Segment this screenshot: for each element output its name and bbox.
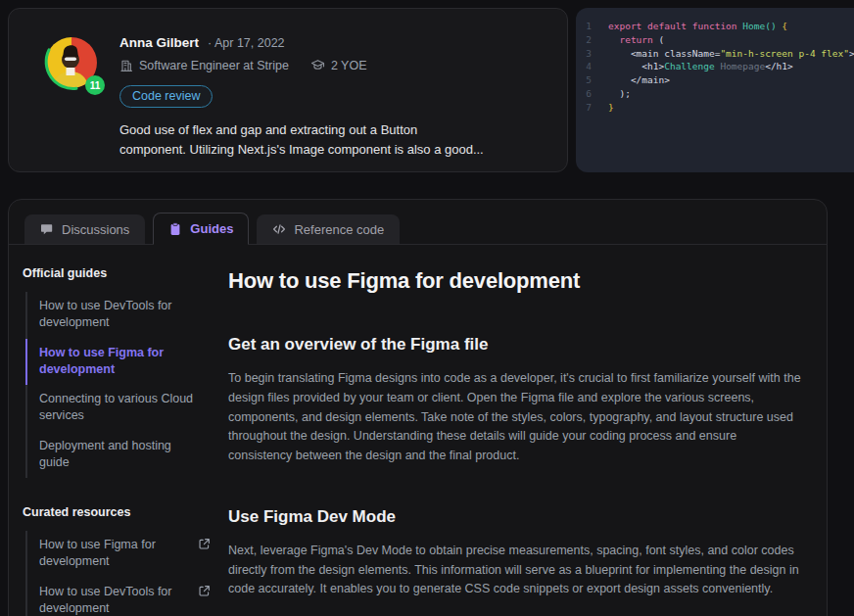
guide-link-label: How to use DevTools for development <box>39 298 194 332</box>
code-line: 3 <main className="min-h-screen p-4 flex… <box>576 47 846 61</box>
code-line: 1 export default function Home() { <box>576 20 846 33</box>
sidebar-list: How to use Figma for development How to … <box>25 531 211 616</box>
code-icon <box>272 222 286 236</box>
code-text: </main> <box>608 73 670 87</box>
author-name[interactable]: Anna Gilbert <box>119 35 199 50</box>
tab-guides[interactable]: Guides <box>153 213 249 245</box>
code-line: 5 </main> <box>576 73 846 87</box>
code-text: <main className="min-h-screen p-4 flex"> <box>608 47 854 61</box>
guides-panel: Discussions Guides Reference code Offici… <box>8 199 828 616</box>
code-line: 2 return ( <box>576 33 846 47</box>
reputation-badge: 11 <box>85 75 105 95</box>
line-number: 3 <box>576 47 592 61</box>
guide-link-deployment-and-hosting-guide[interactable]: Deployment and hosting guide <box>25 432 211 479</box>
article-section: Use Figma Dev Mode Next, leverage Figma'… <box>228 507 803 599</box>
chat-icon <box>40 222 54 236</box>
tab-label: Reference code <box>294 222 384 237</box>
line-number: 6 <box>576 87 592 101</box>
line-number: 5 <box>576 73 592 87</box>
guide-link-how-to-use-devtools-for-development[interactable]: How to use DevTools for development <box>25 578 211 616</box>
tab-bar: Discussions Guides Reference code <box>9 200 827 245</box>
code-editor-panel: 1 export default function Home() { 2 ret… <box>576 8 854 172</box>
comment-body: Good use of flex and gap and extracting … <box>119 120 547 160</box>
guide-link-how-to-use-figma-for-development[interactable]: How to use Figma for development <box>25 339 211 386</box>
article-section: Get an overview of the Figma file To beg… <box>228 335 803 466</box>
code-text: export default function Home() { <box>608 20 787 33</box>
code-text: } <box>608 101 614 115</box>
sidebar-section: Curated resources How to use Figma for d… <box>23 505 211 616</box>
tab-reference-code[interactable]: Reference code <box>257 214 400 244</box>
code-line: 7 } <box>576 101 846 115</box>
line-number: 2 <box>576 33 592 47</box>
comment-date: · Apr 17, 2022 <box>208 36 285 50</box>
section-body: To begin translating Figma designs into … <box>228 369 803 466</box>
code-lines: 1 export default function Home() { 2 ret… <box>576 20 846 115</box>
building-icon <box>119 59 133 72</box>
code-text: return ( <box>608 33 664 47</box>
guide-link-how-to-use-devtools-for-development[interactable]: How to use DevTools for development <box>25 292 211 339</box>
tab-discussions[interactable]: Discussions <box>24 214 145 244</box>
author-role: Software Engineer at Stripe <box>139 59 289 72</box>
external-link-icon <box>198 538 211 571</box>
line-number: 7 <box>576 101 592 115</box>
graduation-cap-icon <box>310 58 325 72</box>
guide-link-connecting-to-various-cloud-services[interactable]: Connecting to various Cloud services <box>25 385 211 432</box>
external-link-icon <box>198 585 211 616</box>
article: How to use Figma for development Get an … <box>211 266 803 616</box>
guide-link-label: How to use Figma for development <box>39 537 190 571</box>
section-heading: Get an overview of the Figma file <box>228 335 803 355</box>
line-number: 1 <box>576 20 592 33</box>
avatar[interactable]: 11 <box>42 34 101 93</box>
guide-link-label: Connecting to various Cloud services <box>39 391 194 425</box>
sidebar-section: Official guides How to use DevTools for … <box>23 266 211 478</box>
tab-label: Guides <box>190 221 233 236</box>
section-heading: Use Figma Dev Mode <box>228 507 803 527</box>
sidebar-section-heading: Official guides <box>23 266 211 280</box>
guide-link-label: Deployment and hosting guide <box>39 438 194 472</box>
guides-sidebar: Official guides How to use DevTools for … <box>23 266 211 616</box>
clipboard-icon <box>168 222 182 236</box>
code-review-tag[interactable]: Code review <box>119 85 213 108</box>
sidebar-list: How to use DevTools for development How … <box>25 292 211 478</box>
guide-link-label: How to use DevTools for development <box>39 584 190 616</box>
code-line: 4 <h1>Challenge Homepage</h1> <box>576 60 846 73</box>
comment-card: 11 Anna Gilbert · Apr 17, 2022 Software … <box>8 8 568 172</box>
section-body: Next, leverage Figma's Dev Mode to obtai… <box>228 542 803 599</box>
code-text: ); <box>608 87 631 101</box>
tab-label: Discussions <box>62 222 129 237</box>
author-experience: 2 YOE <box>331 59 367 72</box>
line-number: 4 <box>576 60 592 73</box>
sidebar-section-heading: Curated resources <box>23 505 211 519</box>
app-screen: 11 Anna Gilbert · Apr 17, 2022 Software … <box>0 0 854 616</box>
guide-link-label: How to use Figma for development <box>39 345 194 379</box>
code-line: 6 ); <box>576 87 846 101</box>
article-title: How to use Figma for development <box>228 268 803 294</box>
code-text: <h1>Challenge Homepage</h1> <box>608 60 793 73</box>
guide-link-how-to-use-figma-for-development[interactable]: How to use Figma for development <box>25 531 211 578</box>
